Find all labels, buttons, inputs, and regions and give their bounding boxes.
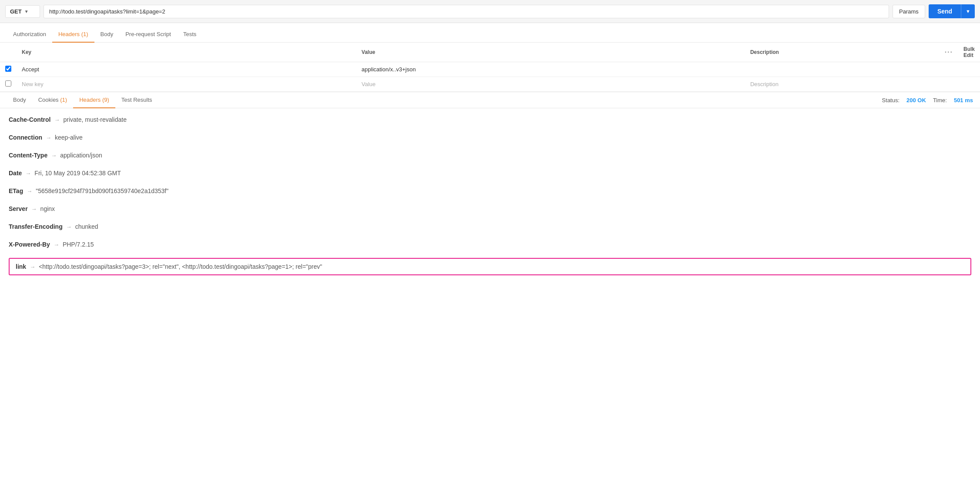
resp-header-value-0: private, must-revalidate bbox=[63, 115, 127, 124]
resp-header-value-8: <http://todo.test/dingoapi/tasks?page=3>… bbox=[39, 263, 322, 270]
resp-header-arrow-1: → bbox=[46, 134, 51, 142]
resp-header-key-3: Date bbox=[9, 169, 22, 178]
more-options-icon[interactable]: ··· bbox=[945, 48, 953, 56]
new-row-description[interactable]: Description bbox=[745, 77, 940, 92]
resp-tab-body[interactable]: Body bbox=[7, 92, 32, 108]
resp-header-row-5: Server → nginx bbox=[9, 204, 971, 214]
resp-header-value-7: PHP/7.2.15 bbox=[63, 240, 94, 249]
checkbox-col-header bbox=[0, 43, 17, 62]
resp-tab-cookies[interactable]: Cookies (1) bbox=[32, 92, 73, 108]
resp-header-value-6: chunked bbox=[75, 222, 98, 231]
status-label: Status: bbox=[882, 97, 899, 104]
method-chevron-icon: ▼ bbox=[24, 9, 29, 14]
resp-header-arrow-7: → bbox=[54, 240, 59, 249]
headers-table: Key Value Description ··· Bulk Edit Acce… bbox=[0, 43, 980, 92]
resp-header-arrow-6: → bbox=[66, 223, 72, 231]
resp-header-key-1: Connection bbox=[9, 133, 42, 142]
new-value-placeholder: Value bbox=[362, 81, 376, 87]
url-input[interactable] bbox=[44, 5, 889, 18]
resp-header-arrow-0: → bbox=[54, 116, 60, 124]
resp-header-key-0: Cache-Control bbox=[9, 115, 50, 124]
resp-header-value-2: application/json bbox=[60, 151, 102, 160]
resp-header-key-8: link bbox=[16, 263, 26, 270]
more-options-col-header: ··· bbox=[940, 43, 958, 62]
resp-header-row-0: Cache-Control → private, must-revalidate bbox=[9, 115, 971, 124]
tab-body[interactable]: Body bbox=[94, 27, 120, 43]
row-description bbox=[745, 62, 940, 77]
tab-authorization[interactable]: Authorization bbox=[7, 27, 52, 43]
tab-tests[interactable]: Tests bbox=[177, 27, 202, 43]
resp-header-row-2: Content-Type → application/json bbox=[9, 151, 971, 160]
value-col-header: Value bbox=[356, 43, 745, 62]
tab-headers[interactable]: Headers (1) bbox=[52, 27, 94, 43]
resp-header-value-1: keep-alive bbox=[55, 133, 83, 142]
response-tabs-bar: Body Cookies (1) Headers (9) Test Result… bbox=[0, 92, 980, 108]
resp-header-arrow-5: → bbox=[31, 205, 37, 214]
response-section: Body Cookies (1) Headers (9) Test Result… bbox=[0, 92, 980, 287]
resp-header-key-7: X-Powered-By bbox=[9, 240, 50, 249]
new-row-checkbox-cell bbox=[0, 77, 17, 92]
time-label: Time: bbox=[933, 97, 947, 104]
url-bar: GET ▼ Params Send ▼ bbox=[0, 0, 980, 23]
new-row-value[interactable]: Value bbox=[356, 77, 745, 92]
resp-header-value-3: Fri, 10 May 2019 04:52:38 GMT bbox=[34, 169, 121, 178]
row-key[interactable]: Accept bbox=[17, 62, 356, 77]
new-row-checkbox[interactable] bbox=[5, 80, 11, 87]
resp-header-row-1: Connection → keep-alive bbox=[9, 133, 971, 142]
resp-header-row-3: Date → Fri, 10 May 2019 04:52:38 GMT bbox=[9, 169, 971, 178]
table-row: Accept application/x..v3+json bbox=[0, 62, 980, 77]
bulk-edit-button[interactable]: Bulk Edit bbox=[958, 43, 980, 62]
resp-header-arrow-3: → bbox=[25, 169, 31, 178]
method-label: GET bbox=[10, 8, 22, 15]
desc-col-header: Description bbox=[745, 43, 940, 62]
resp-header-row-8-highlighted: link → <http://todo.test/dingoapi/tasks?… bbox=[9, 258, 971, 275]
new-row-extra bbox=[958, 77, 980, 92]
resp-header-arrow-4: → bbox=[27, 187, 32, 196]
table-row-new: New key Value Description bbox=[0, 77, 980, 92]
send-button-wrapper: Send ▼ bbox=[929, 4, 975, 18]
request-headers-section: Key Value Description ··· Bulk Edit Acce… bbox=[0, 43, 980, 92]
resp-header-key-5: Server bbox=[9, 204, 28, 214]
resp-header-arrow-8: → bbox=[30, 264, 35, 270]
resp-tab-headers[interactable]: Headers (9) bbox=[73, 92, 115, 108]
resp-header-key-6: Transfer-Encoding bbox=[9, 222, 63, 231]
new-row-actions bbox=[940, 77, 958, 92]
row-extra bbox=[958, 62, 980, 77]
response-headers-content: Cache-Control → private, must-revalidate… bbox=[0, 108, 980, 287]
resp-header-row-6: Transfer-Encoding → chunked bbox=[9, 222, 971, 231]
params-button[interactable]: Params bbox=[893, 5, 925, 18]
new-desc-placeholder: Description bbox=[750, 81, 779, 87]
resp-header-value-4: "5658e919cf294f791bd090f16359740e2a1d353… bbox=[36, 187, 168, 196]
send-button[interactable]: Send bbox=[929, 4, 961, 18]
row-checkbox[interactable] bbox=[5, 66, 11, 72]
resp-header-row-7: X-Powered-By → PHP/7.2.15 bbox=[9, 240, 971, 249]
new-row-key[interactable]: New key bbox=[17, 77, 356, 92]
resp-tab-test-results[interactable]: Test Results bbox=[115, 92, 158, 108]
time-value: 501 ms bbox=[954, 97, 973, 104]
new-key-placeholder: New key bbox=[22, 81, 44, 87]
send-dropdown-button[interactable]: ▼ bbox=[961, 4, 975, 18]
row-checkbox-cell bbox=[0, 62, 17, 77]
resp-header-value-5: nginx bbox=[40, 204, 55, 214]
row-value[interactable]: application/x..v3+json bbox=[356, 62, 745, 77]
resp-header-key-2: Content-Type bbox=[9, 151, 47, 160]
resp-header-row-4: ETag → "5658e919cf294f791bd090f16359740e… bbox=[9, 187, 971, 196]
tab-prerequest[interactable]: Pre-request Script bbox=[119, 27, 177, 43]
row-actions bbox=[940, 62, 958, 77]
status-value: 200 OK bbox=[906, 97, 926, 104]
key-col-header: Key bbox=[17, 43, 356, 62]
resp-header-arrow-2: → bbox=[51, 151, 57, 160]
method-select[interactable]: GET ▼ bbox=[5, 5, 40, 18]
request-tabs: Authorization Headers (1) Body Pre-reque… bbox=[0, 27, 980, 43]
resp-header-key-4: ETag bbox=[9, 187, 23, 196]
response-status-bar: Status: 200 OK Time: 501 ms bbox=[882, 97, 973, 104]
